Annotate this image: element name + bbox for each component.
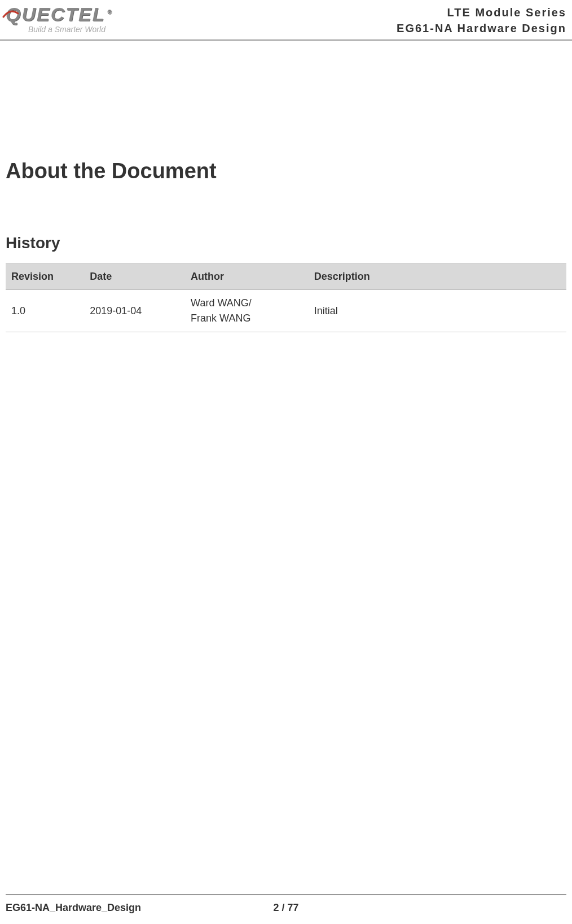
col-header-description: Description — [309, 264, 566, 290]
history-table: Revision Date Author Description 1.0 201… — [6, 263, 566, 332]
cell-author: Ward WANG/ Frank WANG — [185, 290, 309, 332]
logo-swoosh-icon — [2, 7, 19, 19]
logo-text: QUECTEL — [6, 3, 105, 25]
col-header-revision: Revision — [6, 264, 84, 290]
product-line: EG61-NA Hardware Design — [397, 20, 566, 36]
footer-doc-name: EG61-NA_Hardware_Design — [6, 902, 141, 914]
page-footer: EG61-NA_Hardware_Design 2 / 77 — [6, 894, 566, 914]
table-row: 1.0 2019-01-04 Ward WANG/ Frank WANG Ini… — [6, 290, 566, 332]
header-right: LTE Module Series EG61-NA Hardware Desig… — [397, 5, 566, 36]
cell-description: Initial — [309, 290, 566, 332]
table-header-row: Revision Date Author Description — [6, 264, 566, 290]
registered-mark: ® — [107, 9, 112, 15]
col-header-author: Author — [185, 264, 309, 290]
history-heading: History — [6, 234, 566, 252]
content-area: About the Document History Revision Date… — [0, 159, 572, 332]
footer-page-number: 2 / 77 — [273, 902, 298, 914]
logo-block: QUECTEL® Build a Smarter World — [6, 5, 113, 34]
page-title: About the Document — [6, 159, 566, 183]
logo-tagline: Build a Smarter World — [28, 25, 105, 34]
cell-revision: 1.0 — [6, 290, 84, 332]
series-line: LTE Module Series — [397, 5, 566, 20]
col-header-date: Date — [84, 264, 185, 290]
cell-date: 2019-01-04 — [84, 290, 185, 332]
logo: QUECTEL® — [6, 5, 113, 24]
page-header: QUECTEL® Build a Smarter World LTE Modul… — [0, 0, 572, 41]
